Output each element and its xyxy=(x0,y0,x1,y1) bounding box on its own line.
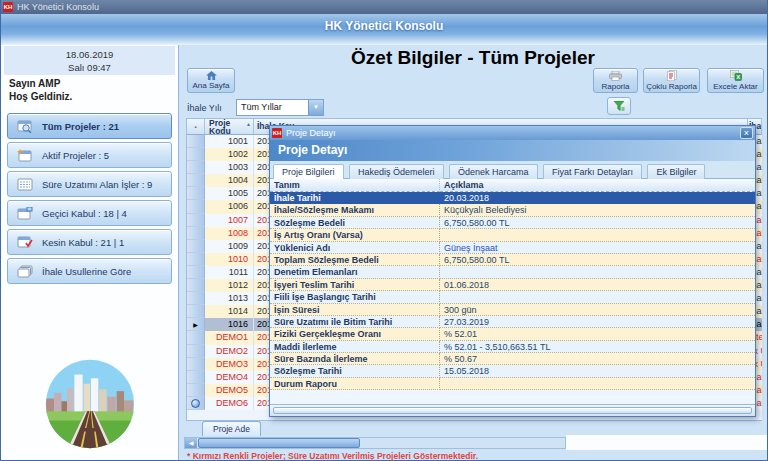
bottom-panel xyxy=(566,435,767,450)
excel-export-button-label: Excele Aktar xyxy=(713,82,757,91)
dialog-scrollbar[interactable] xyxy=(270,404,755,416)
report-button[interactable]: Raporla xyxy=(593,68,638,93)
row-indicator xyxy=(187,227,205,240)
scroll-left-icon[interactable]: ◀ xyxy=(185,438,197,448)
greeting-text: Sayın AMP Hoş Geldiniz. xyxy=(9,77,72,103)
row-indicator xyxy=(187,279,205,292)
svg-text:X: X xyxy=(736,74,740,80)
sidebar-item-tum-projeler[interactable]: Tüm Projeler : 21 xyxy=(7,113,172,139)
cell-proje-kodu: 1001 xyxy=(205,135,254,148)
sort-ascending-icon: ▲ xyxy=(246,121,251,129)
home-button[interactable]: Ana Sayfa xyxy=(187,68,235,93)
detail-table-body: İhale Tarihi 20.03.2018 İhale/Sözleşme M… xyxy=(270,192,755,390)
detail-row-value: 20.03.2018 xyxy=(440,192,755,204)
row-indicator xyxy=(187,253,205,266)
sidebar-nav: Tüm Projeler : 21 Aktif Projeler : 5 Sür… xyxy=(1,113,178,287)
detail-row-value: 6,750,580.00 TL xyxy=(440,254,755,266)
tab-proje-adedi[interactable]: Proje Ade xyxy=(202,421,261,436)
detail-row[interactable]: İhale/Sözleşme Makamı Küçükyalı Belediye… xyxy=(270,204,755,216)
dialog-tab[interactable]: Ek Bilgiler xyxy=(647,164,705,180)
detail-row[interactable]: Fiili İşe Başlangıç Tarihi xyxy=(270,291,755,303)
detail-row[interactable]: İhale Tarihi 20.03.2018 xyxy=(270,192,755,204)
detail-row-label: Maddi İlerleme xyxy=(270,341,440,353)
search-window-icon xyxy=(17,120,33,133)
close-icon[interactable]: × xyxy=(740,127,753,139)
dialog-scrollbar-thumb[interactable] xyxy=(273,407,752,414)
detail-row[interactable]: Durum Raporu xyxy=(270,378,755,390)
multi-report-button[interactable]: Çoklu Raporla xyxy=(643,68,700,93)
dialog-tab[interactable]: Hakediş Ödemeleri xyxy=(349,164,444,180)
cell-proje-kodu: 1004 xyxy=(205,174,254,187)
detail-row[interactable]: Sözleşme Bedeli 6,750,580.00 TL xyxy=(270,217,755,229)
detail-row-label: Toplam Sözleşme Bedeli xyxy=(270,254,440,266)
detail-row-label: Fiili İşe Başlangıç Tarihi xyxy=(270,291,440,303)
detail-row-label: İşin Süresi xyxy=(270,304,440,316)
detail-row[interactable]: Yüklenici Adı Güneş İnşaat xyxy=(270,242,755,254)
sidebar-item-gecici-kabul[interactable]: Geçici Kabul : 18 | 4 xyxy=(7,200,172,226)
column-header-tanim[interactable]: Tanım xyxy=(270,179,440,192)
list-window-icon xyxy=(17,178,33,191)
dialog-tab[interactable]: Proje Bilgileri xyxy=(273,164,344,180)
horizontal-scrollbar[interactable]: ◀ xyxy=(184,437,566,449)
report-stack-icon xyxy=(667,70,677,81)
cell-proje-kodu: 1008 xyxy=(205,227,254,240)
detail-row-label: Durum Raporu xyxy=(270,378,440,390)
detail-row-value: Küçükyalı Belediyesi xyxy=(440,204,755,216)
sidebar-item-kesin-kabul[interactable]: Kesin Kabul : 21 | 1 xyxy=(7,229,172,255)
detail-row[interactable]: Denetim Elemanları xyxy=(270,266,755,278)
sidebar-item-label: Süre Uzatımı Alan İşler : 9 xyxy=(42,179,152,190)
detail-row-label: Sözleşme Bedeli xyxy=(270,217,440,229)
detail-row[interactable]: İşyeri Teslim Tarihi 01.06.2018 xyxy=(270,279,755,291)
window-page-icon xyxy=(17,207,33,220)
detail-row[interactable]: Fiziki Gerçekleşme Oranı % 52.01 xyxy=(270,328,755,340)
sidebar-item-ihale-usulleri[interactable]: İhale Usullerine Göre xyxy=(7,258,172,284)
excel-export-button[interactable]: X Excele Aktar xyxy=(707,68,764,93)
row-indicator xyxy=(187,148,205,161)
detail-row[interactable]: Sözleşme Tarihi 15.05.2018 xyxy=(270,365,755,377)
sidebar: 18.06.2019 Salı 09:47 Sayın AMP Hoş Geld… xyxy=(1,45,179,460)
sidebar-item-sure-uzatimi[interactable]: Süre Uzatımı Alan İşler : 9 xyxy=(7,171,172,197)
red-projects-footnote: * Kırmızı Renkli Projeler; Süre Uzatımı … xyxy=(187,451,478,461)
detail-row[interactable]: Süre Uzatımı ile Bitim Tarihi 27.03.2019 xyxy=(270,316,755,328)
detail-row-label: Denetim Elemanları xyxy=(270,266,440,278)
detail-row-label: İhale Tarihi xyxy=(270,192,440,204)
app-logo-icon: KH xyxy=(3,2,13,12)
report-button-label: Raporla xyxy=(601,82,629,91)
dialog-tab[interactable]: Fiyat Farkı Detayları xyxy=(543,164,642,180)
app-header-bar: HK Yönetici Konsolu xyxy=(1,14,767,45)
detail-row[interactable]: Maddi İlerleme % 52.01 - 3,510,663.51 TL xyxy=(270,341,755,353)
detail-row[interactable]: İş Artış Oranı (Varsa) xyxy=(270,229,755,241)
dialog-titlebar[interactable]: KH Proje Detayı × xyxy=(270,126,755,140)
detail-row-value: % 52.01 - 3,510,663.51 TL xyxy=(440,341,755,353)
detail-row-label: Süre Uzatımı ile Bitim Tarihi xyxy=(270,316,440,328)
cell-proje-kodu: 1005 xyxy=(205,187,254,200)
chevron-down-icon[interactable]: ▼ xyxy=(308,100,323,115)
app-window: KH HK Yönetici Konsolu HK Yönetici Konso… xyxy=(0,0,768,461)
column-header-aciklama[interactable]: Açıklama xyxy=(440,179,755,192)
detail-row[interactable]: İşin Süresi 300 gün xyxy=(270,304,755,316)
column-header-proje-kodu[interactable]: Proje Kodu▲ xyxy=(205,119,254,135)
row-indicator xyxy=(187,318,205,331)
scrollbar-thumb[interactable] xyxy=(198,438,360,448)
dialog-tab[interactable]: Ödenek Harcama xyxy=(449,164,538,180)
detail-row-value xyxy=(440,266,755,278)
filter-apply-button[interactable] xyxy=(607,97,631,115)
cell-proje-kodu: 1016 xyxy=(205,318,254,331)
row-indicator xyxy=(187,331,205,344)
ihale-yili-select[interactable]: Tüm Yıllar ▼ xyxy=(236,99,324,116)
detail-row-value xyxy=(440,378,755,390)
detail-row[interactable]: Süre Bazında İlerleme % 50.67 xyxy=(270,353,755,365)
row-indicator xyxy=(187,358,205,371)
detail-row-value: % 52.01 xyxy=(440,328,755,340)
row-indicator xyxy=(187,135,205,148)
sidebar-item-label: Aktif Projeler : 5 xyxy=(42,150,109,161)
row-indicator xyxy=(187,397,205,410)
dialog-title: Proje Detayı xyxy=(286,128,336,138)
row-indicator-header: ▪ xyxy=(187,119,205,135)
detail-table: Tanım Açıklama İhale Tarihi 20.03.2018 İ… xyxy=(270,179,755,404)
sidebar-item-label: İhale Usullerine Göre xyxy=(42,266,131,277)
detail-row[interactable]: Toplam Sözleşme Bedeli 6,750,580.00 TL xyxy=(270,254,755,266)
sidebar-item-aktif-projeler[interactable]: Aktif Projeler : 5 xyxy=(7,142,172,168)
detail-row-label: Yüklenici Adı xyxy=(270,242,440,254)
sidebar-item-label: Kesin Kabul : 21 | 1 xyxy=(42,237,124,248)
